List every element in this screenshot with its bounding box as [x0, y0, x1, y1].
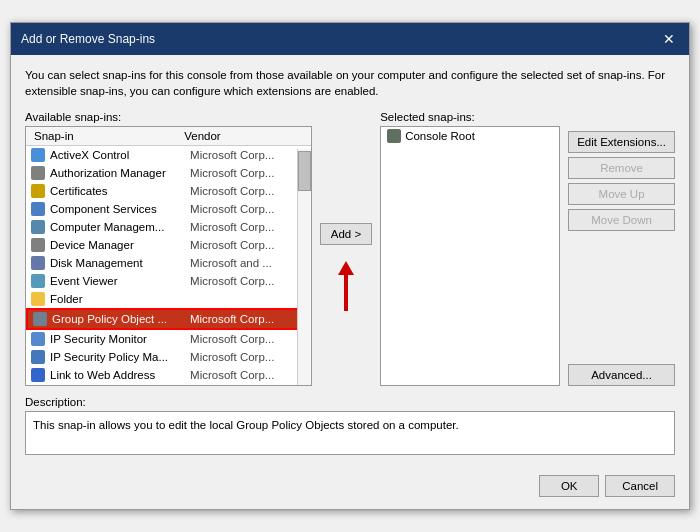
description-label: Description:	[25, 396, 675, 408]
red-arrow-indicator	[338, 261, 354, 311]
item-icon	[32, 311, 48, 327]
list-item[interactable]: Disk ManagementMicrosoft and ...	[26, 254, 311, 272]
item-vendor: Microsoft Corp...	[190, 185, 307, 197]
remove-button[interactable]: Remove	[568, 157, 675, 179]
list-item[interactable]: Component ServicesMicrosoft Corp...	[26, 200, 311, 218]
item-vendor: Microsoft Corp...	[190, 239, 307, 251]
move-up-button[interactable]: Move Up	[568, 183, 675, 205]
console-root-label: Console Root	[405, 130, 475, 142]
list-item[interactable]: ActiveX ControlMicrosoft Corp...	[26, 146, 311, 164]
selected-label: Selected snap-ins:	[380, 111, 560, 123]
action-buttons: Edit Extensions... Remove Move Up Move D…	[568, 111, 675, 386]
selected-item-console-root: Console Root	[381, 127, 559, 145]
item-name: Computer Managem...	[50, 221, 190, 233]
item-vendor: Microsoft Corp...	[190, 149, 307, 161]
list-item[interactable]: IP Security Policy Ma...Microsoft Corp..…	[26, 348, 311, 366]
list-item[interactable]: Device ManagerMicrosoft Corp...	[26, 236, 311, 254]
available-label: Available snap-ins:	[25, 111, 312, 123]
add-button[interactable]: Add >	[320, 223, 372, 245]
item-name: Disk Management	[50, 257, 190, 269]
description-box: This snap-in allows you to edit the loca…	[25, 411, 675, 455]
item-vendor: Microsoft Corp...	[190, 333, 307, 345]
close-button[interactable]: ✕	[659, 29, 679, 49]
snap-in-list-container: Snap-in Vendor ActiveX ControlMicrosoft …	[25, 126, 312, 386]
item-icon	[30, 237, 46, 253]
item-vendor: Microsoft Corp...	[190, 203, 307, 215]
cancel-button[interactable]: Cancel	[605, 475, 675, 497]
item-vendor: Microsoft Corp...	[190, 221, 307, 233]
item-name: ActiveX Control	[50, 149, 190, 161]
item-name: IP Security Monitor	[50, 333, 190, 345]
scrollbar[interactable]	[297, 149, 311, 385]
arrow-head	[338, 261, 354, 275]
title-bar: Add or Remove Snap-ins ✕	[11, 23, 689, 55]
item-name: Folder	[50, 293, 190, 305]
intro-text: You can select snap-ins for this console…	[25, 67, 675, 99]
item-vendor: Microsoft and ...	[190, 257, 307, 269]
item-icon	[30, 291, 46, 307]
list-item[interactable]: Event ViewerMicrosoft Corp...	[26, 272, 311, 290]
item-name: Event Viewer	[50, 275, 190, 287]
panels-row: Available snap-ins: Snap-in Vendor Activ…	[25, 111, 675, 386]
item-icon	[30, 255, 46, 271]
item-vendor: Microsoft Corp...	[190, 351, 307, 363]
item-vendor: Microsoft Corp...	[190, 313, 305, 325]
console-root-icon	[387, 129, 401, 143]
dialog: Add or Remove Snap-ins ✕ You can select …	[10, 22, 690, 510]
arrow-shaft	[344, 275, 348, 311]
item-icon	[30, 367, 46, 382]
edit-extensions-button[interactable]: Edit Extensions...	[568, 131, 675, 153]
description-section: Description: This snap-in allows you to …	[25, 396, 675, 455]
item-icon	[30, 219, 46, 235]
list-item[interactable]: Group Policy Object ...Microsoft Corp...	[26, 308, 311, 330]
item-name: Device Manager	[50, 239, 190, 251]
list-item[interactable]: IP Security MonitorMicrosoft Corp...	[26, 330, 311, 348]
item-icon	[30, 201, 46, 217]
list-item[interactable]: Link to Web AddressMicrosoft Corp...	[26, 366, 311, 382]
snap-in-list[interactable]: ActiveX ControlMicrosoft Corp...Authoriz…	[26, 146, 311, 382]
list-item[interactable]: CertificatesMicrosoft Corp...	[26, 182, 311, 200]
right-panel: Selected snap-ins: Console Root Edit Ext…	[380, 111, 675, 386]
available-panel: Available snap-ins: Snap-in Vendor Activ…	[25, 111, 312, 386]
list-item[interactable]: Authorization ManagerMicrosoft Corp...	[26, 164, 311, 182]
col-snap-in: Snap-in	[30, 129, 180, 143]
col-vendor: Vendor	[180, 129, 307, 143]
item-icon	[30, 273, 46, 289]
move-down-button[interactable]: Move Down	[568, 209, 675, 231]
item-vendor: Microsoft Corp...	[190, 275, 307, 287]
item-name: Link to Web Address	[50, 369, 190, 381]
list-item[interactable]: Computer Managem...Microsoft Corp...	[26, 218, 311, 236]
item-name: Authorization Manager	[50, 167, 190, 179]
item-icon	[30, 165, 46, 181]
selected-panel: Selected snap-ins: Console Root	[380, 111, 560, 386]
item-name: Certificates	[50, 185, 190, 197]
footer-buttons: OK Cancel	[11, 467, 689, 509]
item-icon	[30, 183, 46, 199]
item-name: Component Services	[50, 203, 190, 215]
advanced-button[interactable]: Advanced...	[568, 364, 675, 386]
dialog-title: Add or Remove Snap-ins	[21, 32, 155, 46]
item-name: IP Security Policy Ma...	[50, 351, 190, 363]
item-vendor: Microsoft Corp...	[190, 369, 307, 381]
item-icon	[30, 331, 46, 347]
item-vendor: Microsoft Corp...	[190, 167, 307, 179]
item-name: Group Policy Object ...	[52, 313, 190, 325]
list-header: Snap-in Vendor	[26, 127, 311, 146]
item-icon	[30, 349, 46, 365]
dialog-body: You can select snap-ins for this console…	[11, 55, 689, 467]
ok-button[interactable]: OK	[539, 475, 599, 497]
item-icon	[30, 147, 46, 163]
selected-list[interactable]: Console Root	[380, 126, 560, 386]
middle-panel: Add >	[320, 111, 372, 311]
scrollbar-thumb	[298, 151, 311, 191]
list-item[interactable]: Folder	[26, 290, 311, 308]
